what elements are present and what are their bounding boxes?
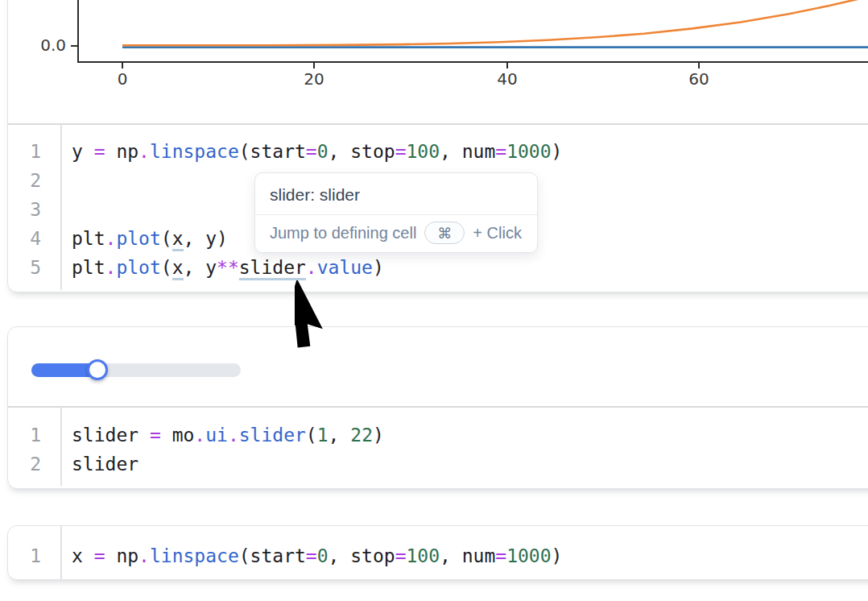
tooltip-click-hint: + Click [473, 224, 522, 242]
code-line[interactable]: slider [72, 450, 868, 479]
line-number: 5 [8, 253, 41, 282]
x-axis-tick-label: 60 [688, 69, 709, 89]
line-number-gutter: 1 [8, 526, 62, 579]
code-lines[interactable]: x = np.linspace(start=0, stop=100, num=1… [62, 526, 868, 579]
code-line[interactable]: plt.plot(x, y**slider.value) [72, 253, 868, 282]
plot-output-area [8, 0, 868, 125]
cell-x-definition: 1 x = np.linspace(start=0, stop=100, num… [7, 525, 868, 580]
y-axis-tick-label: 0.0 [32, 35, 66, 55]
code-line[interactable]: slider = mo.ui.slider(1, 22) [72, 421, 868, 450]
x-axis-tick-label: 0 [118, 69, 128, 89]
tooltip-jump-hint: Jump to defining cell [270, 224, 416, 242]
line-number-gutter: 1 2 [8, 408, 62, 486]
code-line[interactable]: x = np.linspace(start=0, stop=100, num=1… [72, 541, 868, 570]
line-number: 2 [8, 166, 41, 195]
x-axis-tick-label: 40 [497, 69, 517, 89]
line-number: 1 [8, 421, 41, 450]
notebook-page: 1 2 3 4 5 y = np.linspace(start=0, stop=… [0, 0, 868, 601]
tooltip-variable-name: slider: slider [255, 173, 537, 215]
cell-slider: 1 2 slider = mo.ui.slider(1, 22) slider [7, 326, 868, 489]
code-editor[interactable]: 1 2 slider = mo.ui.slider(1, 22) slider [8, 408, 868, 486]
line-number: 1 [8, 541, 41, 570]
slider-thumb[interactable] [87, 359, 108, 380]
command-key-icon: ⌘ [424, 222, 465, 244]
variable-tooltip: slider: slider Jump to defining cell ⌘ +… [254, 172, 538, 253]
slider-widget[interactable] [31, 363, 241, 377]
code-editor[interactable]: 1 x = np.linspace(start=0, stop=100, num… [8, 526, 868, 579]
line-number: 4 [8, 224, 41, 253]
line-number: 2 [8, 450, 41, 479]
x-axis-tick-label: 20 [304, 69, 324, 89]
line-number: 3 [8, 195, 41, 224]
slider-output-area [8, 327, 868, 408]
code-line[interactable]: y = np.linspace(start=0, stop=100, num=1… [72, 137, 868, 166]
line-number-gutter: 1 2 3 4 5 [8, 125, 62, 290]
code-lines[interactable]: slider = mo.ui.slider(1, 22) slider [62, 408, 868, 486]
line-number: 1 [8, 137, 41, 166]
